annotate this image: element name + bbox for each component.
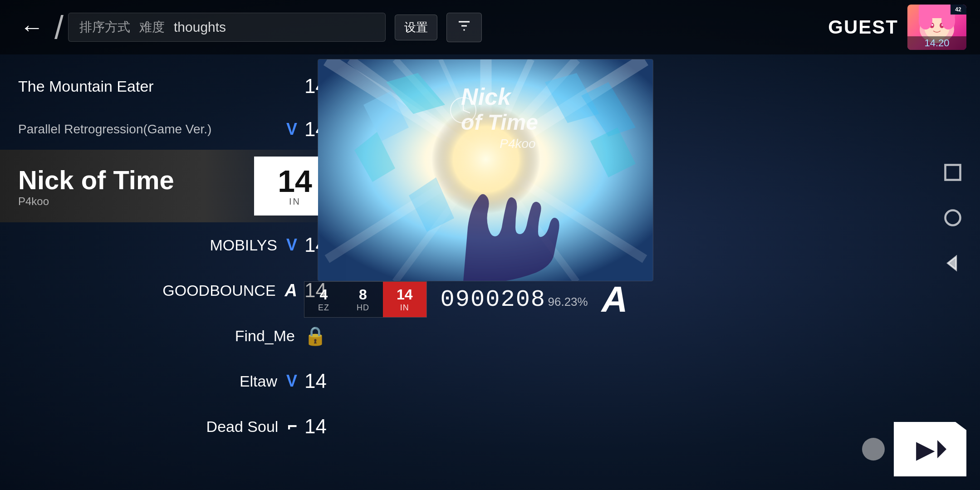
back-button[interactable]: ← (14, 9, 50, 45)
search-text: thoughts (174, 20, 226, 35)
play-button[interactable]: ▶ (894, 422, 966, 476)
diff-in-label: IN (400, 303, 409, 313)
score-section: 0900208 96.23% A (427, 279, 658, 320)
selected-song-subtitle: P4koo (18, 195, 254, 208)
song-title: Eltaw (18, 372, 286, 390)
diff-ez-num: 4 (320, 286, 328, 303)
diff-icon-c: ⌐ (287, 417, 297, 436)
song-info: V 14 (286, 370, 327, 392)
user-rating: 14.20 (924, 37, 949, 49)
diff-ez-label: EZ (318, 303, 329, 313)
scroll-indicator (862, 438, 885, 461)
settings-button[interactable]: 设置 (395, 15, 437, 40)
back-icon (943, 253, 963, 273)
svg-marker-44 (948, 256, 956, 270)
header-right: GUEST (828, 5, 966, 50)
square-icon (943, 162, 963, 182)
svg-point-43 (946, 211, 960, 225)
user-label: GUEST (828, 16, 898, 38)
diff-hd-num: 8 (359, 286, 367, 303)
lock-icon: 🔒 (304, 325, 327, 347)
song-item-parallel[interactable]: Parallel Retrogression(Game Ver.) V 14 (0, 109, 340, 150)
score-value-container: 0900208 96.23% (441, 286, 588, 313)
song-title: MOBILYS (18, 236, 286, 254)
song-item-mountain-eater[interactable]: The Mountain Eater 14 (0, 64, 340, 109)
diff-in-num: 14 (397, 286, 413, 303)
circle-icon-button[interactable] (939, 204, 966, 231)
filter-button[interactable] (446, 13, 482, 42)
play-chevron-icon (935, 436, 949, 463)
svg-marker-45 (937, 440, 946, 458)
svg-text:42: 42 (955, 6, 961, 13)
slash-divider: / (54, 9, 64, 46)
svg-text:of Time: of Time (461, 110, 538, 134)
search-bar[interactable]: 排序方式 难度 thoughts (68, 13, 386, 42)
selected-diff-label: IN (289, 196, 301, 207)
svg-text:Nick: Nick (461, 83, 512, 110)
song-title: Parallel Retrogression(Game Ver.) (18, 122, 286, 137)
artwork-svg: Nick of Time P4koo (318, 59, 653, 281)
song-title: Find_Me (18, 327, 304, 345)
song-title: GOODBOUNCE (18, 282, 285, 299)
song-item-eltaw[interactable]: Eltaw V 14 (0, 358, 340, 404)
play-icon: ▶ (916, 435, 935, 464)
song-item-findme[interactable]: Find_Me 🔒 (0, 313, 340, 358)
play-area: ▶ (862, 422, 966, 476)
song-title: The Mountain Eater (18, 78, 304, 95)
diff-tabs: 4 EZ 8 HD 14 IN (304, 281, 427, 318)
right-nav (939, 159, 966, 277)
selected-diff-num: 14 (278, 166, 312, 196)
score-value: 0900208 (441, 286, 546, 313)
back-arrow-icon: ← (20, 15, 44, 39)
diff-tab-in[interactable]: 14 IN (383, 282, 426, 317)
song-info: ⌐ 14 (287, 415, 327, 438)
selected-song-title: Nick of Time (18, 165, 254, 195)
svg-rect-12 (919, 5, 955, 18)
song-item-mobilys[interactable]: MOBILYS V 14 (0, 222, 340, 268)
song-diff-num: 14 (304, 415, 327, 438)
song-diff-num: 14 (304, 370, 327, 392)
song-item-dead-soul[interactable]: Dead Soul ⌐ 14 (0, 404, 340, 449)
sort-label: 排序方式 (79, 19, 130, 36)
song-title: Dead Soul (18, 418, 287, 436)
score-percent: 96.23% (548, 295, 588, 309)
diff-hd-label: HD (357, 303, 369, 313)
diff-tab-ez[interactable]: 4 EZ (304, 282, 343, 317)
diff-icon-a: A (285, 281, 297, 300)
svg-rect-42 (946, 165, 960, 180)
header-bar: ← / 排序方式 难度 thoughts 设置 GUEST (0, 0, 980, 54)
diff-icon-v: V (286, 120, 297, 139)
square-icon-button[interactable] (939, 159, 966, 186)
diff-label: 难度 (139, 19, 165, 36)
info-bar: 4 EZ 8 HD 14 IN 0900208 96.23% A (304, 277, 658, 322)
score-grade: A (602, 279, 628, 320)
svg-text:P4koo: P4koo (500, 137, 535, 151)
song-list: The Mountain Eater 14 Parallel Retrogres… (0, 54, 340, 490)
diff-icon-v: V (286, 235, 297, 255)
diff-icon-v: V (286, 372, 297, 391)
circle-icon (943, 208, 963, 228)
artwork-panel: Nick of Time P4koo (318, 59, 653, 281)
avatar[interactable]: 42 14.20 (907, 5, 966, 50)
header-controls: 设置 (395, 13, 482, 42)
song-item-goodbounce[interactable]: GOODBOUNCE A 14 (0, 268, 340, 313)
svg-point-8 (931, 24, 933, 26)
diff-tab-hd[interactable]: 8 HD (343, 282, 383, 317)
back-icon-button[interactable] (939, 250, 966, 277)
song-item-nick-of-time[interactable]: Nick of Time P4koo 14 IN (0, 150, 340, 222)
song-info: 🔒 (304, 325, 327, 347)
